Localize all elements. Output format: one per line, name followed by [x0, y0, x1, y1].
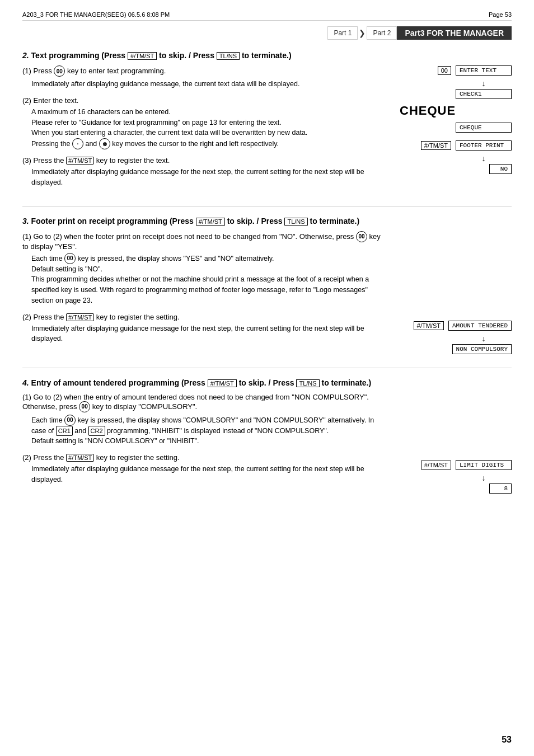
doc-header-left: A203_3 FOR THE MANAGER(SEEG) 06.5.6 8:08…	[22, 11, 170, 18]
section3-step2-title: (2) Press the #/TM/ST key to register th…	[22, 313, 388, 321]
htmst-key-s2: #/TM/ST	[128, 52, 157, 60]
key-00-s3s1b: 00	[64, 253, 76, 264]
section3-step2-content: Immediately after displaying guidance me…	[22, 323, 388, 345]
section2-diagram: 00 ENTER TEXT ↓ CHECK1 CHEQUE CHEQUE #/T	[400, 65, 512, 195]
diag-arrow-s3: ↓	[400, 334, 512, 343]
section4-number: 4.	[22, 378, 31, 387]
section4-step1-title: (1) Go to (2) when the entry of amount t…	[22, 393, 388, 412]
box-footer-print: FOOTER PRINT	[456, 140, 512, 151]
htmst-key-s4: #/TM/ST	[208, 379, 237, 387]
arrow-down-1: ↓	[456, 79, 512, 88]
diag-row-enter-text: 00 ENTER TEXT	[400, 65, 512, 76]
htmst-key-s3: #/TM/ST	[196, 218, 225, 226]
htmst-key-s2s3: #/TM/ST	[66, 157, 94, 165]
section2-step1: (1) Press 00 key to enter text programmi…	[22, 65, 388, 90]
tlns-key-s3: TL/NS	[284, 218, 307, 226]
section4-step2-content: Immediately after displaying guidance me…	[22, 464, 388, 485]
box-amount-tendered: AMOUNT TENDERED	[448, 321, 512, 331]
section4-body: (1) Go to (2) when the entry of amount t…	[22, 393, 512, 496]
cr2-key: CR2	[88, 426, 105, 436]
separator-2-3	[22, 206, 512, 206]
diag-row-cheque-label: CHEQUE	[400, 104, 512, 120]
box-limit-digits: LIMIT DIGITS	[456, 460, 512, 470]
cheque-big-label: CHEQUE	[400, 104, 456, 118]
section3-diagram: #/TM/ST AMOUNT TENDERED ↓ NON COMPULSORY	[400, 231, 512, 356]
section3-heading: 3. Footer print on receipt programming (…	[22, 217, 512, 226]
arrow-down-s4: ↓	[456, 473, 512, 482]
arrow-down-s3: ↓	[456, 334, 512, 343]
key-00-s2s1: 00	[54, 65, 65, 77]
section3-body: (1) Go to (2) when the footer print on r…	[22, 231, 512, 356]
section4-diagram: #/TM/ST LIMIT DIGITS ↓ 8	[400, 393, 512, 496]
diag-arrow-2: ↓	[400, 154, 512, 163]
dot-key: ·	[72, 138, 83, 149]
separator-3-4	[22, 368, 512, 368]
key-00-s4s1: 00	[79, 401, 90, 412]
section3-text: (1) Go to (2) when the footer print on r…	[22, 231, 388, 356]
box-no: NO	[489, 164, 512, 174]
tlns-key-s2: TL/NS	[217, 52, 240, 60]
diag-row-8: 8	[400, 483, 512, 494]
section4-diag-container: #/TM/ST LIMIT DIGITS ↓ 8	[400, 460, 512, 496]
section4-title: Entry of amount tendered programming	[31, 378, 179, 387]
section2-step3-title: (3) Press the #/TM/ST key to register th…	[22, 156, 388, 165]
section2-step2-title: (2) Enter the text.	[22, 96, 388, 105]
part-nav: Part 1 ❯ Part 2 Part3 FOR THE MANAGER	[22, 26, 512, 40]
part3-tab[interactable]: Part3 FOR THE MANAGER	[397, 26, 512, 40]
section4-step2: (2) Press the #/TM/ST key to register th…	[22, 453, 388, 485]
section3-title: Footer print on receipt programming	[31, 217, 167, 226]
key-htmst-diag-s4: #/TM/ST	[421, 461, 451, 469]
box-non-compulsory: NON COMPULSORY	[452, 344, 512, 354]
section3-step1-content: Each time 00 key is pressed, the display…	[22, 253, 388, 306]
section4-text: (1) Go to (2) when the entry of amount t…	[22, 393, 388, 496]
doc-header: A203_3 FOR THE MANAGER(SEEG) 06.5.6 8:08…	[22, 11, 512, 21]
diag-row-check1: CHECK1	[400, 89, 512, 99]
chevron-icon: ❯	[359, 29, 366, 37]
section2-number: 2.	[22, 51, 31, 60]
section2-step3-content: Immediately after displaying guidance me…	[22, 167, 388, 188]
box-enter-text: ENTER TEXT	[456, 65, 512, 76]
diag-arrow-s4: ↓	[400, 473, 512, 482]
arrow-down-2: ↓	[456, 154, 512, 163]
key-htmst-diag: #/TM/ST	[421, 141, 451, 150]
section3-diag-container: #/TM/ST AMOUNT TENDERED ↓ NON COMPULSORY	[400, 321, 512, 356]
diag-arrow-1: ↓	[400, 79, 512, 88]
page-number: 53	[502, 735, 512, 745]
tlns-key-s4: TL/NS	[296, 379, 319, 387]
section2-body: (1) Press 00 key to enter text programmi…	[22, 65, 512, 195]
section2-step1-content: Immediately after displaying guidance me…	[22, 79, 388, 90]
section3-step2: (2) Press the #/TM/ST key to register th…	[22, 313, 388, 345]
section4-step2-title: (2) Press the #/TM/ST key to register th…	[22, 453, 388, 462]
diag-row-cheque-box: CHEQUE	[400, 123, 512, 133]
box-cheque: CHEQUE	[456, 123, 512, 133]
section2-step2-content: A maximum of 16 characters can be entere…	[22, 107, 388, 149]
key-00-s4s1b: 00	[64, 415, 76, 426]
box-check1: CHECK1	[456, 89, 512, 99]
key-00-diag: 00	[438, 66, 451, 75]
key-00-s3s1: 00	[356, 231, 367, 242]
section3-step1-title: (1) Go to (2) when the footer print on r…	[22, 231, 388, 251]
diag-row-amount-tendered: #/TM/ST AMOUNT TENDERED	[400, 321, 512, 331]
section2-heading: 2. Text programming (Press #/TM/ST to sk…	[22, 51, 512, 60]
section2-diag-container: 00 ENTER TEXT ↓ CHECK1 CHEQUE CHEQUE #/T	[400, 65, 512, 176]
section3-step1: (1) Go to (2) when the footer print on r…	[22, 231, 388, 306]
section2-step1-title: (1) Press 00 key to enter text programmi…	[22, 65, 388, 77]
cross-key: ⊗	[99, 138, 110, 149]
section2-title: Text programming	[31, 51, 100, 60]
diag-row-limit-digits: #/TM/ST LIMIT DIGITS	[400, 460, 512, 470]
diag-row-no: NO	[400, 164, 512, 174]
box-8: 8	[489, 483, 512, 494]
section2-step3: (3) Press the #/TM/ST key to register th…	[22, 156, 388, 188]
section4-step1-content: Each time 00 key is pressed, the display…	[22, 415, 388, 447]
htmst-key-s4s2: #/TM/ST	[66, 454, 94, 462]
section2-step2: (2) Enter the text. A maximum of 16 char…	[22, 96, 388, 149]
diag-row-non-compulsory: NON COMPULSORY	[400, 344, 512, 354]
doc-header-right: Page 53	[489, 11, 512, 18]
diag-row-footer-print: #/TM/ST FOOTER PRINT	[400, 140, 512, 151]
key-htmst-diag-s3: #/TM/ST	[414, 321, 444, 330]
section4-heading: 4. Entry of amount tendered programming …	[22, 378, 512, 387]
part2-tab[interactable]: Part 2	[367, 26, 397, 40]
cr1-key: CR1	[56, 426, 73, 436]
part1-tab[interactable]: Part 1	[327, 26, 358, 40]
section3-number: 3.	[22, 217, 31, 226]
